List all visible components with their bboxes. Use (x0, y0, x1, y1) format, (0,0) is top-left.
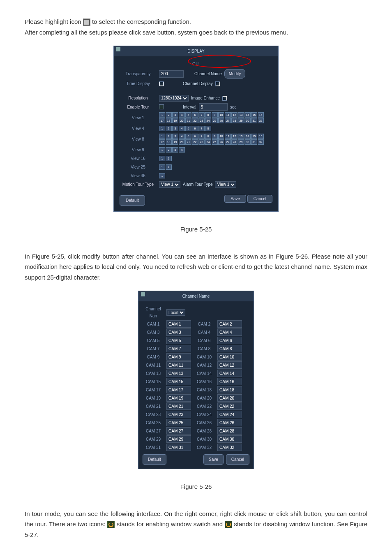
cam-input[interactable] (217, 386, 242, 393)
grid-cell[interactable]: 8 (205, 112, 211, 118)
grid-cell[interactable]: 26 (218, 139, 224, 145)
grid-cell[interactable]: 4 (179, 134, 185, 139)
cam-input[interactable] (166, 370, 191, 377)
grid-cell[interactable]: 22 (192, 118, 198, 123)
cam-input[interactable] (217, 328, 242, 336)
cam-input[interactable] (217, 337, 242, 344)
cn-cancel-button[interactable]: Cancel (226, 454, 249, 465)
cam-input[interactable] (217, 378, 242, 385)
grid-cell[interactable]: 11 (225, 112, 231, 118)
timedisplay-checkbox[interactable] (159, 81, 164, 86)
grid-cell[interactable]: 26 (218, 118, 224, 123)
grid-cell[interactable]: 6 (192, 134, 198, 139)
motiontour-select[interactable]: View 1 (159, 181, 180, 188)
grid-cell[interactable]: 4 (179, 147, 185, 153)
grid-cell[interactable]: 3 (172, 147, 178, 153)
cam-input[interactable] (166, 353, 191, 361)
grid-cell[interactable]: 27 (225, 118, 231, 123)
cam-input[interactable] (217, 427, 242, 435)
resolution-select[interactable]: 1280x1024 (159, 95, 189, 102)
cn-save-button[interactable]: Save (203, 454, 224, 465)
modify-button[interactable]: Modify (224, 69, 245, 79)
grid-cell[interactable]: 23 (198, 118, 205, 123)
cam-input[interactable] (217, 370, 242, 377)
grid-cell[interactable]: 7 (198, 134, 205, 139)
grid-cell[interactable]: 17 (159, 118, 165, 123)
grid-cell[interactable]: 13 (238, 112, 244, 118)
grid-cell[interactable]: 9 (212, 112, 218, 118)
grid-cell[interactable]: 30 (244, 139, 251, 145)
cam-input[interactable] (166, 386, 191, 393)
grid-cell[interactable]: 32 (258, 118, 264, 123)
grid-cell[interactable]: 18 (166, 118, 172, 123)
grid-cell[interactable]: 32 (258, 139, 264, 145)
grid-cell[interactable]: 3 (172, 126, 178, 131)
grid-cell[interactable]: 16 (258, 134, 264, 139)
grid-cell[interactable]: 31 (251, 118, 257, 123)
grid-cell[interactable]: 30 (244, 118, 251, 123)
grid-cell[interactable]: 24 (205, 118, 211, 123)
channeldisplay-checkbox[interactable] (215, 81, 220, 86)
view25-grid[interactable]: 12 (159, 164, 172, 170)
cam-input[interactable] (166, 328, 191, 336)
view8-grid[interactable]: 1234567891011121314151617181920212223242… (159, 134, 266, 145)
grid-cell[interactable]: 13 (238, 134, 244, 139)
cam-input[interactable] (166, 378, 191, 385)
cam-input[interactable] (217, 435, 242, 443)
cam-input[interactable] (166, 419, 191, 426)
grid-cell[interactable]: 5 (185, 134, 191, 139)
cam-input[interactable] (166, 361, 191, 369)
grid-cell[interactable]: 24 (205, 139, 211, 145)
grid-cell[interactable]: 21 (185, 139, 191, 145)
grid-cell[interactable]: 5 (185, 126, 191, 131)
grid-cell[interactable]: 19 (172, 139, 178, 145)
grid-cell[interactable]: 27 (225, 139, 231, 145)
grid-cell[interactable]: 20 (179, 118, 185, 123)
grid-cell[interactable]: 1 (159, 134, 165, 139)
alarmtour-select[interactable]: View 1 (215, 181, 236, 188)
grid-cell[interactable]: 5 (185, 112, 191, 118)
grid-cell[interactable]: 28 (231, 139, 238, 145)
cam-input[interactable] (166, 435, 191, 443)
grid-cell[interactable]: 18 (166, 139, 172, 145)
cam-input[interactable] (217, 411, 242, 418)
view1-grid[interactable]: 1234567891011121314151617181920212223242… (159, 112, 266, 123)
grid-cell[interactable]: 3 (172, 112, 178, 118)
cam-input[interactable] (217, 320, 242, 328)
grid-cell[interactable]: 7 (198, 112, 205, 118)
default-button[interactable]: Default (120, 195, 145, 206)
cancel-button[interactable]: Cancel (247, 195, 272, 203)
grid-cell[interactable]: 1 (159, 164, 165, 170)
grid-cell[interactable]: 2 (166, 112, 172, 118)
cam-input[interactable] (217, 419, 242, 426)
grid-cell[interactable]: 10 (218, 112, 224, 118)
grid-cell[interactable]: 10 (218, 134, 224, 139)
cam-input[interactable] (166, 337, 191, 344)
grid-cell[interactable]: 16 (258, 112, 264, 118)
cam-input[interactable] (217, 444, 242, 451)
cam-input[interactable] (217, 345, 242, 352)
grid-cell[interactable]: 1 (159, 156, 165, 161)
enabletour-checkbox[interactable] (159, 104, 164, 109)
grid-cell[interactable]: 21 (185, 118, 191, 123)
grid-cell[interactable]: 2 (166, 126, 172, 131)
grid-cell[interactable]: 4 (179, 126, 185, 131)
cam-input[interactable] (217, 353, 242, 361)
grid-cell[interactable]: 12 (231, 134, 238, 139)
imageenhance-checkbox[interactable] (222, 96, 227, 101)
grid-cell[interactable]: 8 (205, 134, 211, 139)
cam-input[interactable] (217, 361, 242, 369)
cam-input[interactable] (217, 402, 242, 410)
grid-cell[interactable]: 15 (251, 112, 257, 118)
transparency-input[interactable] (159, 70, 184, 78)
view16-grid[interactable]: 12 (159, 156, 172, 161)
grid-cell[interactable]: 2 (166, 147, 172, 153)
grid-cell[interactable]: 4 (179, 112, 185, 118)
grid-cell[interactable]: 28 (231, 118, 238, 123)
grid-cell[interactable]: 9 (212, 134, 218, 139)
grid-cell[interactable]: 1 (159, 112, 165, 118)
channelnan-select[interactable]: Local (166, 309, 185, 316)
cam-input[interactable] (166, 320, 191, 328)
view9-grid[interactable]: 1234 (159, 147, 185, 153)
interval-input[interactable] (199, 103, 228, 111)
